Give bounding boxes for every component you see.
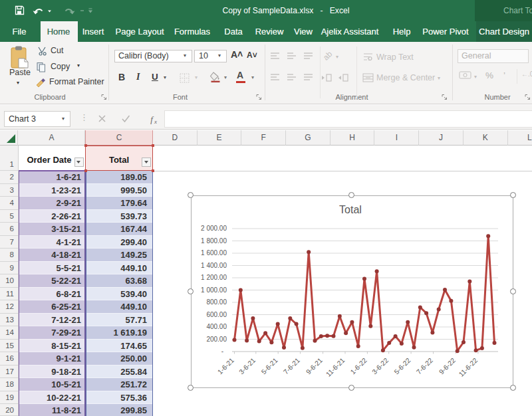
svg-text:1 400.00: 1 400.00: [201, 262, 227, 269]
svg-text:1-6-22: 1-6-22: [349, 356, 368, 375]
svg-text:3-6-22: 3-6-22: [370, 356, 390, 375]
svg-text:Total: Total: [339, 204, 362, 215]
svg-text:-: -: [221, 348, 223, 355]
svg-text:11-6-22: 11-6-22: [458, 356, 479, 378]
svg-text:1 000.00: 1 000.00: [201, 286, 227, 294]
svg-text:1 200.00: 1 200.00: [201, 274, 227, 281]
svg-text:3-6-21: 3-6-21: [237, 356, 257, 375]
svg-text:800.00: 800.00: [206, 298, 227, 306]
svg-text:11-6-21: 11-6-21: [325, 356, 346, 378]
svg-text:7-6-21: 7-6-21: [282, 356, 301, 375]
svg-text:9-6-22: 9-6-22: [438, 356, 457, 375]
svg-text:5-6-21: 5-6-21: [260, 356, 279, 375]
svg-text:5-6-22: 5-6-22: [393, 356, 412, 375]
svg-text:9-6-21: 9-6-21: [305, 356, 324, 375]
svg-text:7-6-22: 7-6-22: [415, 356, 434, 375]
svg-text:600.00: 600.00: [206, 311, 227, 318]
svg-text:1 800.00: 1 800.00: [201, 237, 227, 245]
svg-text:1 600.00: 1 600.00: [201, 249, 227, 257]
svg-text:1-6-21: 1-6-21: [216, 356, 235, 375]
svg-text:200.00: 200.00: [206, 336, 227, 343]
svg-text:400.00: 400.00: [206, 323, 227, 330]
svg-text:2 000.00: 2 000.00: [201, 225, 227, 232]
svg-text:x: x: [154, 118, 157, 125]
